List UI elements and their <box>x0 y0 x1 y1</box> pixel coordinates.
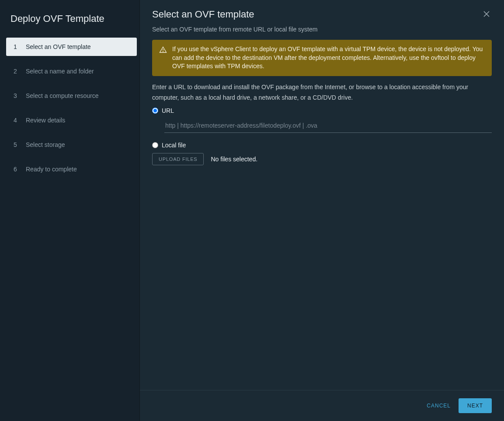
wizard-step-number: 3 <box>14 92 20 99</box>
url-source-group: URL <box>152 107 492 133</box>
url-radio-label[interactable]: URL <box>162 107 174 114</box>
wizard-step-label: Select a name and folder <box>26 68 94 75</box>
wizard-step-ready-complete[interactable]: 6 Ready to complete <box>6 160 137 178</box>
warning-triangle-icon <box>159 46 167 56</box>
close-icon <box>483 10 490 19</box>
wizard-step-select-ovf[interactable]: 1 Select an OVF template <box>6 38 137 56</box>
instruction-text: Enter a URL to download and install the … <box>152 82 492 103</box>
close-button[interactable] <box>481 9 492 21</box>
wizard-step-number: 2 <box>14 68 20 75</box>
upload-files-button[interactable]: UPLOAD FILES <box>152 153 204 165</box>
wizard-main-panel: Select an OVF template Select an OVF tem… <box>140 0 504 421</box>
wizard-step-name-folder[interactable]: 2 Select a name and folder <box>6 62 137 80</box>
deploy-ovf-dialog: Deploy OVF Template 1 Select an OVF temp… <box>0 0 504 421</box>
url-input[interactable] <box>164 118 492 133</box>
tpm-warning-alert: If you use the vSphere Client to deploy … <box>152 40 492 76</box>
upload-status-text: No files selected. <box>211 156 257 163</box>
wizard-step-label: Select storage <box>26 141 65 148</box>
next-button[interactable]: NEXT <box>459 398 492 413</box>
wizard-step-number: 4 <box>14 117 20 124</box>
wizard-step-select-storage[interactable]: 5 Select storage <box>6 136 137 154</box>
wizard-step-label: Review details <box>26 117 65 124</box>
wizard-sidebar: Deploy OVF Template 1 Select an OVF temp… <box>0 0 140 421</box>
page-subtitle: Select an OVF template from remote URL o… <box>140 22 504 40</box>
wizard-steps-list: 1 Select an OVF template 2 Select a name… <box>0 38 139 178</box>
wizard-step-number: 1 <box>14 43 20 50</box>
page-title: Select an OVF template <box>152 9 254 20</box>
wizard-step-number: 5 <box>14 141 20 148</box>
wizard-step-label: Ready to complete <box>26 166 77 173</box>
main-content: If you use the vSphere Client to deploy … <box>140 40 504 390</box>
wizard-footer: CANCEL NEXT <box>140 390 504 421</box>
local-file-source-group: Local file UPLOAD FILES No files selecte… <box>152 142 492 165</box>
wizard-step-number: 6 <box>14 166 20 173</box>
local-file-radio-label[interactable]: Local file <box>162 142 186 149</box>
local-file-radio[interactable] <box>152 142 158 148</box>
wizard-step-label: Select a compute resource <box>26 92 99 99</box>
url-radio[interactable] <box>152 108 158 114</box>
wizard-step-label: Select an OVF template <box>26 43 91 50</box>
wizard-step-compute-resource[interactable]: 3 Select a compute resource <box>6 87 137 105</box>
wizard-step-review-details[interactable]: 4 Review details <box>6 111 137 129</box>
cancel-button[interactable]: CANCEL <box>425 399 452 412</box>
dialog-title: Deploy OVF Template <box>0 9 139 38</box>
alert-text: If you use the vSphere Client to deploy … <box>172 45 485 71</box>
main-header: Select an OVF template <box>140 0 504 22</box>
svg-point-3 <box>163 51 163 52</box>
